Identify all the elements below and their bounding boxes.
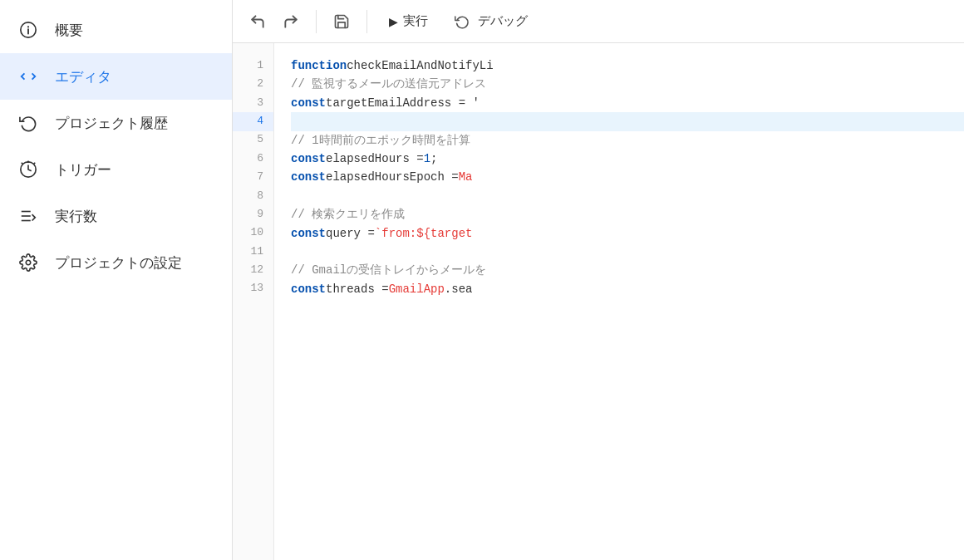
token: // Gmailの受信トレイからメールを bbox=[291, 261, 486, 279]
code-content[interactable]: function checkEmailAndNotifyLi // 監視するメー… bbox=[274, 43, 964, 560]
token: // 1時間前のエポック時間を計算 bbox=[291, 131, 470, 150]
line-num-6: 6 bbox=[233, 150, 273, 168]
undo-button[interactable] bbox=[243, 7, 273, 37]
sidebar-label-history: プロジェクト履歴 bbox=[55, 114, 168, 133]
line-num-1: 1 bbox=[233, 56, 273, 75]
main-layout: 概要 エディタ プロジェクト履歴 bbox=[0, 0, 964, 560]
line-numbers: 1 2 3 4 5 6 7 8 9 10 11 12 13 bbox=[233, 43, 274, 560]
line-num-11: 11 bbox=[233, 243, 273, 261]
token: 1 bbox=[424, 150, 430, 168]
token: query = bbox=[326, 224, 375, 243]
line-num-9: 9 bbox=[233, 205, 273, 224]
line-num-3: 3 bbox=[233, 94, 273, 112]
sidebar-item-settings[interactable]: プロジェクトの設定 bbox=[0, 239, 232, 286]
code-line-4 bbox=[291, 112, 964, 130]
line-num-7: 7 bbox=[233, 168, 273, 186]
runs-icon bbox=[17, 204, 40, 228]
debug-button[interactable]: デバッグ bbox=[443, 8, 539, 34]
sidebar-item-runs[interactable]: 実行数 bbox=[0, 193, 232, 239]
token: elapsedHoursEpoch = bbox=[326, 168, 459, 186]
token: function bbox=[291, 56, 347, 75]
code-line-11 bbox=[291, 243, 964, 261]
toolbar-separator-1 bbox=[316, 10, 317, 33]
token bbox=[291, 187, 298, 205]
line-num-13: 13 bbox=[233, 280, 273, 298]
gear-icon bbox=[17, 251, 40, 274]
sidebar: 概要 エディタ プロジェクト履歴 bbox=[0, 0, 233, 560]
token: const bbox=[291, 224, 326, 243]
run-label: 実行 bbox=[403, 13, 428, 29]
svg-point-8 bbox=[26, 260, 31, 265]
line-num-8: 8 bbox=[233, 187, 273, 205]
token: GmailApp bbox=[389, 280, 445, 298]
sidebar-label-trigger: トリガー bbox=[55, 160, 111, 179]
code-line-12: // Gmailの受信トレイからメールを bbox=[291, 261, 964, 279]
code-line-3: const targetEmailAddress = ' bbox=[291, 94, 964, 112]
sidebar-label-overview: 概要 bbox=[55, 21, 83, 40]
editor-icon bbox=[17, 65, 40, 88]
code-editor[interactable]: 1 2 3 4 5 6 7 8 9 10 11 12 13 function c… bbox=[233, 43, 964, 560]
code-line-8 bbox=[291, 187, 964, 205]
token: const bbox=[291, 94, 326, 112]
redo-button[interactable] bbox=[276, 7, 306, 37]
code-line-13: const threads = GmailApp.sea bbox=[291, 280, 964, 298]
token: .sea bbox=[445, 280, 473, 298]
save-button[interactable] bbox=[327, 7, 357, 37]
line-num-2: 2 bbox=[233, 75, 273, 93]
token: threads = bbox=[326, 280, 389, 298]
editor-toolbar: ▶ 実行 デバッグ bbox=[233, 0, 964, 43]
run-icon: ▶ bbox=[389, 15, 398, 28]
editor-panel: ▶ 実行 デバッグ 1 2 3 4 5 6 7 8 9 bbox=[233, 0, 964, 560]
token: const bbox=[291, 168, 326, 186]
info-icon bbox=[17, 18, 40, 42]
code-line-2: // 監視するメールの送信元アドレス bbox=[291, 75, 964, 93]
token: ; bbox=[430, 150, 437, 168]
sidebar-item-trigger[interactable]: トリガー bbox=[0, 146, 232, 193]
token: checkEmailAndNotifyLi bbox=[347, 56, 493, 75]
sidebar-item-overview[interactable]: 概要 bbox=[0, 7, 232, 53]
token: targetEmailAddress = ' bbox=[326, 94, 480, 112]
line-num-10: 10 bbox=[233, 224, 273, 243]
code-line-5: // 1時間前のエポック時間を計算 bbox=[291, 131, 964, 150]
sidebar-item-history[interactable]: プロジェクト履歴 bbox=[0, 100, 232, 146]
code-line-7: const elapsedHoursEpoch = Ma bbox=[291, 168, 964, 186]
token: `from:${target bbox=[375, 224, 473, 243]
toolbar-separator-2 bbox=[366, 10, 367, 33]
sidebar-label-settings: プロジェクトの設定 bbox=[55, 253, 182, 273]
run-button[interactable]: ▶ 実行 bbox=[377, 8, 440, 34]
code-line-10: const query = `from:${target bbox=[291, 224, 964, 243]
trigger-icon bbox=[17, 158, 40, 181]
line-num-12: 12 bbox=[233, 261, 273, 279]
sidebar-item-editor[interactable]: エディタ bbox=[0, 53, 232, 100]
sidebar-label-editor: エディタ bbox=[55, 67, 111, 86]
token: // 監視するメールの送信元アドレス bbox=[291, 75, 486, 93]
token bbox=[291, 243, 298, 261]
token: Ma bbox=[459, 168, 473, 186]
line-num-5: 5 bbox=[233, 131, 273, 150]
line-num-4: 4 bbox=[233, 112, 273, 130]
code-line-6: const elapsedHours = 1; bbox=[291, 150, 964, 168]
token: const bbox=[291, 280, 326, 298]
token: // 検索クエリを作成 bbox=[291, 205, 405, 224]
token: const bbox=[291, 150, 326, 168]
debug-label: デバッグ bbox=[478, 13, 528, 29]
token bbox=[291, 112, 298, 130]
sidebar-label-runs: 実行数 bbox=[55, 207, 97, 226]
token: elapsedHours = bbox=[326, 150, 424, 168]
history-icon bbox=[17, 111, 40, 135]
code-line-9: // 検索クエリを作成 bbox=[291, 205, 964, 224]
code-line-1: function checkEmailAndNotifyLi bbox=[291, 56, 964, 75]
